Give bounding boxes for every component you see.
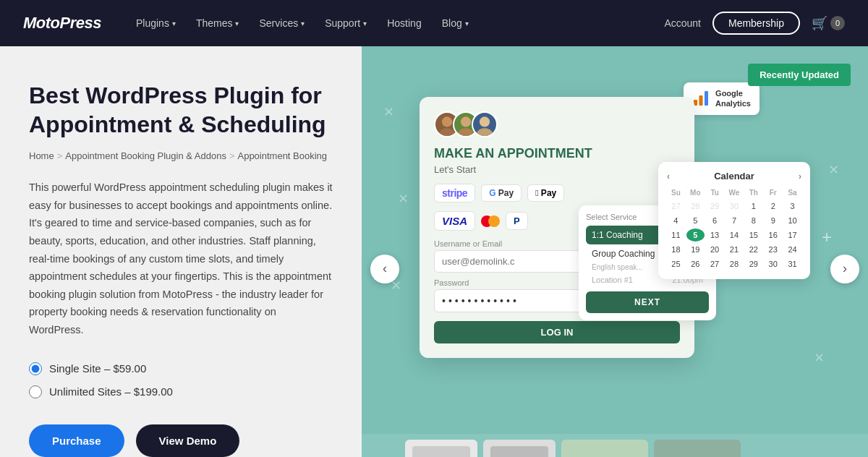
cal-day[interactable]: 9 (764, 214, 782, 227)
cal-day[interactable]: 6 (706, 214, 724, 227)
appointment-subtitle: Let's Start (434, 164, 680, 175)
calendar-title: Calendar (714, 171, 754, 181)
pricing-radio-single[interactable] (29, 362, 42, 375)
cal-day[interactable]: 15 (744, 228, 762, 242)
calendar-card: ‹ Calendar › Su Mo Tu We Th Fr Sa 27 28 (658, 162, 810, 279)
cal-day[interactable]: 8 (744, 214, 762, 227)
calendar-header: ‹ Calendar › (667, 171, 801, 181)
cal-day[interactable]: 7 (726, 214, 744, 227)
breadcrumb-home[interactable]: Home (29, 150, 54, 161)
cal-day[interactable]: 16 (764, 228, 782, 242)
cal-day[interactable]: 20 (706, 243, 724, 256)
nav-item-themes[interactable]: Themes ▾ (187, 12, 248, 35)
cal-day[interactable]: 30 (764, 257, 782, 270)
cal-day[interactable]: 10 (783, 214, 801, 227)
hero-description: This powerful WordPress appointment sche… (29, 179, 333, 339)
cal-day[interactable]: 23 (764, 243, 782, 256)
account-link[interactable]: Account (664, 17, 701, 29)
svg-point-3 (442, 116, 452, 127)
appointment-title: MAKE AN APPOINTMENT (434, 146, 680, 161)
view-demo-button[interactable]: View Demo (136, 424, 240, 457)
breadcrumb-sep2: > (229, 150, 235, 161)
svg-point-8 (477, 128, 492, 137)
cal-day[interactable]: 21 (726, 243, 744, 256)
svg-rect-1 (699, 95, 703, 106)
nav-item-plugins[interactable]: Plugins ▾ (127, 12, 184, 35)
ga-icon (692, 90, 710, 107)
cal-day[interactable]: 1 (744, 200, 762, 213)
mastercard-badge (481, 215, 500, 227)
login-button[interactable]: LOG IN (434, 321, 680, 343)
deco-x-4: ✕ (828, 162, 839, 178)
cal-day[interactable]: 28 (726, 257, 744, 270)
nav-links: Plugins ▾ Themes ▾ Services ▾ Support ▾ … (127, 12, 664, 35)
visa-badge: VISA (434, 211, 475, 231)
cal-day[interactable]: 29 (706, 200, 724, 213)
svg-point-5 (461, 116, 471, 127)
cal-day[interactable]: 27 (706, 257, 724, 270)
nav-item-blog[interactable]: Blog ▾ (433, 12, 477, 35)
widget-area: GoogleAnalytics MAKE AN APPOINTMENT (405, 75, 825, 434)
cal-day[interactable]: 13 (706, 228, 724, 242)
cal-day[interactable]: 25 (667, 257, 685, 270)
payment-methods-row: stripe G Pay  Pay (434, 184, 680, 202)
cal-day[interactable]: 2 (764, 200, 782, 213)
cal-day[interactable]: 26 (686, 257, 705, 270)
cal-day[interactable]: 18 (667, 243, 685, 256)
cal-day[interactable]: 24 (783, 243, 801, 256)
breadcrumb: Home > Appointment Booking Plugin & Addo… (29, 150, 333, 161)
calendar-prev-button[interactable]: ‹ (667, 171, 670, 181)
staff-avatars (434, 111, 680, 137)
pricing-radio-unlimited[interactable] (29, 385, 42, 398)
pricing-options: Single Site – $59.00 Unlimited Sites – $… (29, 362, 333, 398)
cal-day[interactable]: 22 (744, 243, 762, 256)
thumbnail-strip: Appointmentking (362, 434, 868, 457)
cal-day[interactable]: 19 (686, 243, 705, 256)
nav-item-support[interactable]: Support ▾ (316, 12, 375, 35)
chevron-down-icon: ▾ (465, 20, 469, 27)
membership-button[interactable]: Membership (712, 12, 800, 35)
pricing-single-site[interactable]: Single Site – $59.00 (29, 362, 333, 375)
chevron-down-icon: ▾ (301, 20, 305, 27)
cal-day[interactable]: 27 (667, 200, 685, 213)
thumbnail-3[interactable] (561, 440, 648, 457)
left-panel: Best WordPress Plugin for Appointment & … (0, 46, 362, 457)
nav-item-hosting[interactable]: Hosting (378, 12, 430, 35)
main-content: Best WordPress Plugin for Appointment & … (0, 46, 868, 457)
svg-point-6 (458, 128, 473, 137)
cal-day[interactable]: 11 (667, 228, 685, 242)
cal-day[interactable]: 29 (744, 257, 762, 270)
thumbnail-4[interactable]: Appointmentking (654, 440, 741, 457)
cal-day[interactable]: 14 (726, 228, 744, 242)
deco-x-1: ✕ (383, 104, 394, 120)
cal-day[interactable]: 17 (783, 228, 801, 242)
next-button[interactable]: NEXT (586, 291, 709, 313)
thumbnail-2[interactable] (483, 440, 556, 457)
carousel-prev-button[interactable]: ‹ (370, 255, 399, 283)
cal-day-today[interactable]: 5 (686, 228, 705, 242)
svg-rect-2 (705, 91, 708, 106)
breadcrumb-sep: > (57, 150, 63, 161)
purchase-button[interactable]: Purchase (29, 424, 124, 457)
cal-day[interactable]: 5 (686, 214, 705, 227)
breadcrumb-current: Appointment Booking (237, 150, 327, 161)
apay-badge:  Pay (527, 184, 564, 202)
nav-right: Account Membership 🛒 0 (664, 12, 845, 35)
carousel-next-button[interactable]: › (830, 255, 859, 283)
cal-day[interactable]: 30 (726, 200, 744, 213)
breadcrumb-middle[interactable]: Appointment Booking Plugin & Addons (65, 150, 226, 161)
nav-item-services[interactable]: Services ▾ (250, 12, 313, 35)
recently-updated-badge: Recently Updated (748, 64, 851, 86)
pricing-unlimited-sites[interactable]: Unlimited Sites – $199.00 (29, 385, 333, 398)
chevron-down-icon: ▾ (235, 20, 239, 27)
calendar-next-button[interactable]: › (799, 171, 801, 181)
cal-day[interactable]: 28 (686, 200, 705, 213)
cal-day[interactable]: 31 (783, 257, 801, 270)
chevron-down-icon: ▾ (172, 20, 176, 27)
cal-day[interactable]: 4 (667, 214, 685, 227)
svg-point-7 (480, 116, 490, 127)
thumbnail-1[interactable] (405, 440, 477, 457)
cart-button[interactable]: 🛒 0 (812, 15, 845, 31)
site-logo[interactable]: MotoPress (23, 14, 101, 33)
cal-day[interactable]: 3 (783, 200, 801, 213)
